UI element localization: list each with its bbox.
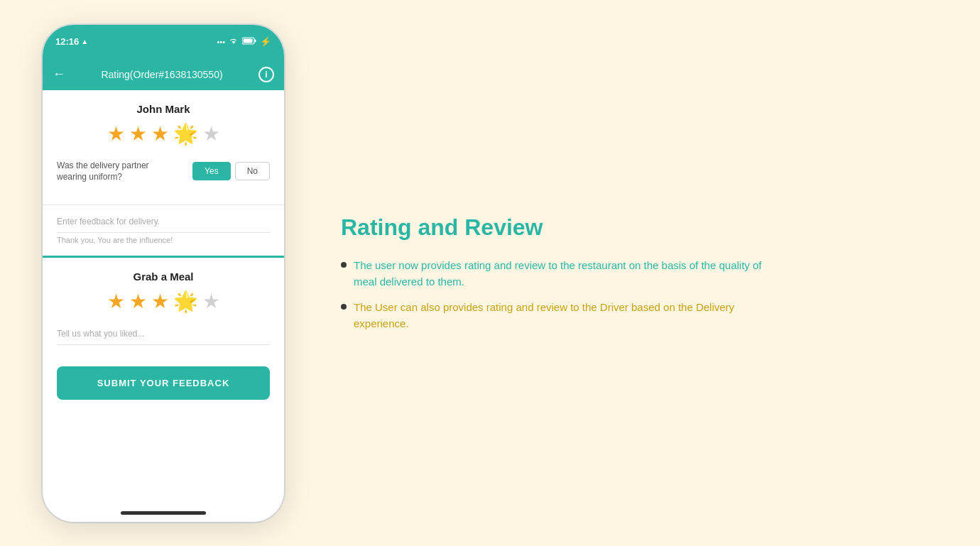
feedback-section: Enter feedback for delivery. Thank you, …: [43, 209, 284, 250]
signal-icon: •••: [217, 38, 225, 46]
star-5[interactable]: ★: [202, 122, 220, 146]
lightning-icon: ⚡: [260, 36, 271, 47]
phone-mockup: 12:16 ▲ ••• ⚡: [43, 25, 284, 522]
phone-content: John Mark ★ ★ ★ 🌟 ★ Was the delivery par…: [43, 90, 284, 506]
feedback-placeholder[interactable]: Enter feedback for delivery.: [57, 217, 270, 233]
driver-name: John Mark: [136, 103, 190, 115]
rest-star-1[interactable]: ★: [107, 290, 125, 313]
home-bar-line: [121, 511, 206, 515]
home-bar: [43, 506, 284, 522]
restaurant-stars[interactable]: ★ ★ ★ 🌟 ★: [107, 290, 220, 313]
svg-rect-1: [244, 39, 253, 43]
status-icons: ••• ⚡: [217, 36, 271, 47]
bullet-text-1: The user now provides rating and review …: [354, 258, 781, 290]
driver-stars[interactable]: ★ ★ ★ 🌟 ★: [107, 122, 220, 146]
wifi-icon: [229, 38, 239, 46]
rest-star-5[interactable]: ★: [202, 290, 220, 313]
star-4-smile[interactable]: 🌟: [173, 122, 198, 146]
rest-star-2[interactable]: ★: [129, 290, 147, 313]
driver-section: John Mark ★ ★ ★ 🌟 ★ Was the delivery par…: [43, 90, 284, 201]
status-time: 12:16 ▲: [55, 36, 88, 47]
location-icon: ▲: [81, 38, 88, 45]
bullet-dot-2: [341, 304, 347, 310]
star-3[interactable]: ★: [151, 122, 169, 146]
back-button[interactable]: ←: [53, 67, 65, 82]
right-content: Rating and Review The user now provides …: [284, 214, 781, 332]
bullet-dot-1: [341, 262, 347, 268]
bullet-text-2: The User can also provides rating and re…: [354, 300, 781, 332]
restaurant-feedback-placeholder[interactable]: Tell us what you liked...: [57, 329, 270, 345]
teal-divider: [43, 256, 284, 258]
divider-1: [43, 204, 284, 205]
no-button[interactable]: No: [235, 162, 270, 180]
battery-icon: [242, 37, 256, 46]
rest-star-3[interactable]: ★: [151, 290, 169, 313]
svg-rect-2: [255, 40, 256, 43]
bullet-list: The user now provides rating and review …: [341, 258, 781, 332]
uniform-question-row: Was the delivery partner wearing uniform…: [57, 155, 270, 194]
restaurant-section: Grab a Meal ★ ★ ★ 🌟 ★ Tell us what you l…: [43, 265, 284, 358]
info-button[interactable]: i: [258, 67, 274, 82]
yes-no-buttons: Yes No: [192, 162, 270, 180]
status-bar: 12:16 ▲ ••• ⚡: [43, 25, 284, 59]
top-bar-title: Rating(Order#1638130550): [101, 69, 222, 80]
uniform-question-text: Was the delivery partner wearing uniform…: [57, 160, 170, 184]
bullet-item-2: The User can also provides rating and re…: [341, 300, 781, 332]
page-container: 12:16 ▲ ••• ⚡: [0, 0, 980, 546]
star-2[interactable]: ★: [129, 122, 147, 146]
section-title: Rating and Review: [341, 214, 781, 241]
feedback-sub-text: Thank you, You are the influence!: [57, 236, 270, 244]
yes-button[interactable]: Yes: [192, 162, 231, 180]
bullet-item-1: The user now provides rating and review …: [341, 258, 781, 290]
app-top-bar: ← Rating(Order#1638130550) i: [43, 59, 284, 90]
star-1[interactable]: ★: [107, 122, 125, 146]
submit-feedback-button[interactable]: SUBMIT YOUR FEEDBACK: [57, 366, 270, 400]
rest-star-4-smile[interactable]: 🌟: [173, 290, 198, 313]
restaurant-feedback-row: Tell us what you liked...: [57, 323, 270, 351]
restaurant-name: Grab a Meal: [133, 271, 193, 283]
